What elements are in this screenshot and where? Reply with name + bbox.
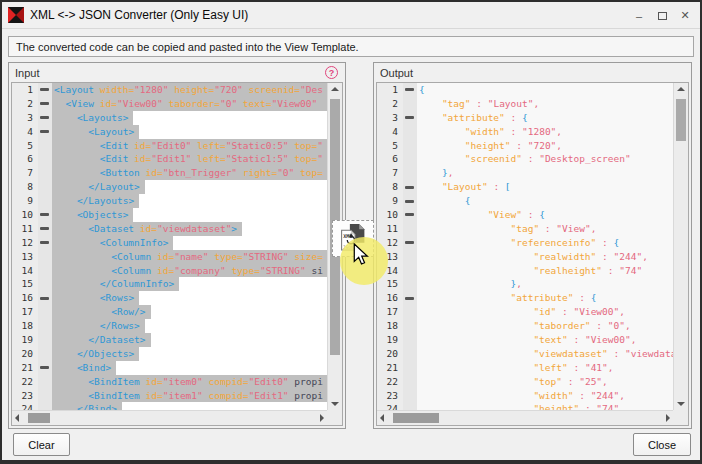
- code-line: 13 "realwidth" : "244",: [377, 250, 673, 264]
- code-line: 8 "Layout" : [: [377, 180, 673, 194]
- fold-collapse-icon[interactable]: [40, 366, 49, 369]
- input-hscroll-thumb[interactable]: [28, 413, 50, 423]
- code-line: 12 "referenceinfo" : {: [377, 236, 673, 250]
- input-editor[interactable]: 1<Layout width="1280" height="720" scree…: [11, 82, 343, 426]
- output-horizontal-scrollbar[interactable]: [377, 410, 673, 425]
- output-vscroll-thumb[interactable]: [676, 99, 686, 141]
- code-line: 20 "viewdataset" : "viewdatas: [377, 347, 673, 361]
- code-line: 6 "screenid" : "Desktop_screen": [377, 152, 673, 166]
- window-title: XML <-> JSON Converter (Only Easy UI): [30, 8, 248, 22]
- code-line: 16 <Rows>: [12, 291, 327, 305]
- close-button[interactable]: Close: [633, 433, 691, 456]
- scrollbar-corner: [673, 410, 688, 425]
- fold-collapse-icon[interactable]: [405, 200, 414, 203]
- code-line: 6 <Edit id="Edit1" left="Static1:5" top=…: [12, 152, 327, 166]
- help-icon[interactable]: ?: [325, 66, 338, 79]
- fold-collapse-icon[interactable]: [40, 241, 49, 244]
- output-hscroll-thumb[interactable]: [393, 413, 439, 423]
- code-line: 16 "attribute" : {: [377, 291, 673, 305]
- code-line: 24 "height" : "74",: [377, 402, 673, 410]
- code-line: 2 <View id="View00" taborder="0" text="V…: [12, 97, 327, 111]
- fold-collapse-icon[interactable]: [40, 88, 49, 91]
- input-panel-title: Input: [15, 67, 39, 79]
- code-line: 20 </Objects>: [12, 347, 327, 361]
- code-line: 7 },: [377, 166, 673, 180]
- maximize-icon[interactable]: [655, 8, 669, 24]
- code-line: 21 <Bind>: [12, 361, 327, 375]
- close-icon[interactable]: ✕: [678, 8, 692, 24]
- code-line: 4 "width" : "1280",: [377, 125, 673, 139]
- output-vertical-scrollbar[interactable]: [673, 83, 688, 410]
- scroll-up-arrow-icon[interactable]: [677, 87, 685, 91]
- scroll-right-arrow-icon[interactable]: [320, 414, 324, 422]
- code-line: 18 </Rows>: [12, 319, 327, 333]
- code-line: 9 </Layouts>: [12, 194, 327, 208]
- fold-collapse-icon[interactable]: [40, 213, 49, 216]
- minimize-icon[interactable]: –: [632, 8, 646, 24]
- code-line: 17 <Row/>: [12, 305, 327, 319]
- code-line: 3 <Layouts>: [12, 111, 327, 125]
- code-line: 19 </Dataset>: [12, 333, 327, 347]
- scroll-right-arrow-icon[interactable]: [666, 414, 670, 422]
- code-line: 23 "width" : "244",: [377, 389, 673, 403]
- code-line: 23 <BindItem id="item1" compid="Edit1" p…: [12, 389, 327, 403]
- code-line: 11 <Dataset id="viewdataset">: [12, 222, 327, 236]
- scroll-down-arrow-icon[interactable]: [677, 402, 685, 406]
- output-panel: Output 1{2 "tag" : "Layout",3 "attribute…: [373, 62, 692, 429]
- scroll-left-arrow-icon[interactable]: [380, 414, 384, 422]
- code-line: 2 "tag" : "Layout",: [377, 97, 673, 111]
- code-line: 1<Layout width="1280" height="720" scree…: [12, 83, 327, 97]
- scrollbar-corner: [327, 410, 342, 425]
- output-editor[interactable]: 1{2 "tag" : "Layout",3 "attribute" : {4 …: [376, 82, 689, 426]
- code-line: 19 "text" : "View00",: [377, 333, 673, 347]
- code-line: 8 </Layout>: [12, 180, 327, 194]
- fold-collapse-icon[interactable]: [40, 297, 49, 300]
- code-line: 12 <ColumnInfo>: [12, 236, 327, 250]
- fold-collapse-icon[interactable]: [40, 227, 49, 230]
- fold-collapse-icon[interactable]: [405, 88, 414, 91]
- code-line: 15 },: [377, 277, 673, 291]
- code-line: 14 <Column id="company" type="STRING" si: [12, 264, 327, 278]
- fold-collapse-icon[interactable]: [405, 241, 414, 244]
- fold-collapse-icon[interactable]: [405, 297, 414, 300]
- code-line: 7 <Button id="btn_Trigger" right="0" top…: [12, 166, 327, 180]
- code-line: 17 "id" : "View00",: [377, 305, 673, 319]
- code-line: 18 "taborder" : "0",: [377, 319, 673, 333]
- info-message-bar: The converted code can be copied and pas…: [8, 36, 694, 57]
- xml-json-converter-window: XML <-> JSON Converter (Only Easy UI) – …: [0, 0, 702, 464]
- output-code-area[interactable]: 1{2 "tag" : "Layout",3 "attribute" : {4 …: [377, 83, 673, 410]
- code-line: 22 "top" : "25",: [377, 375, 673, 389]
- clear-button[interactable]: Clear: [13, 433, 70, 456]
- code-line: 10 <Objects>: [12, 208, 327, 222]
- code-line: 3 "attribute" : {: [377, 111, 673, 125]
- fold-collapse-icon[interactable]: [40, 116, 49, 119]
- output-panel-header: Output: [374, 63, 691, 82]
- code-line: 9 {: [377, 194, 673, 208]
- code-line: 13 <Column id="name" type="STRING" size=: [12, 250, 327, 264]
- mouse-cursor-icon: [353, 243, 369, 269]
- app-icon: [8, 7, 24, 23]
- scroll-left-arrow-icon[interactable]: [15, 414, 19, 422]
- input-code-area[interactable]: 1<Layout width="1280" height="720" scree…: [12, 83, 327, 410]
- title-bar: XML <-> JSON Converter (Only Easy UI) – …: [2, 2, 700, 29]
- scroll-up-arrow-icon[interactable]: [331, 87, 339, 91]
- input-horizontal-scrollbar[interactable]: [12, 410, 327, 425]
- code-line: 11 "tag" : "View",: [377, 222, 673, 236]
- code-line: 14 "realheight" : "74": [377, 264, 673, 278]
- code-line: 5 <Edit id="Edit0" left="Static0:5" top=…: [12, 139, 327, 153]
- fold-collapse-icon[interactable]: [405, 213, 414, 216]
- output-panel-title: Output: [380, 67, 413, 79]
- fold-collapse-icon[interactable]: [40, 102, 49, 105]
- code-line: 4 <Layout>: [12, 125, 327, 139]
- scroll-down-arrow-icon[interactable]: [331, 402, 339, 406]
- fold-collapse-icon[interactable]: [405, 116, 414, 119]
- code-line: 21 "left" : "41",: [377, 361, 673, 375]
- input-panel: Input ? 1<Layout width="1280" height="72…: [8, 62, 346, 429]
- input-panel-header: Input ?: [9, 63, 345, 82]
- code-line: 5 "height" : "720",: [377, 139, 673, 153]
- fold-collapse-icon[interactable]: [40, 130, 49, 133]
- code-line: 10 "View" : {: [377, 208, 673, 222]
- code-line: 1{: [377, 83, 673, 97]
- code-line: 24 </Bind>: [12, 402, 327, 410]
- fold-collapse-icon[interactable]: [405, 186, 414, 189]
